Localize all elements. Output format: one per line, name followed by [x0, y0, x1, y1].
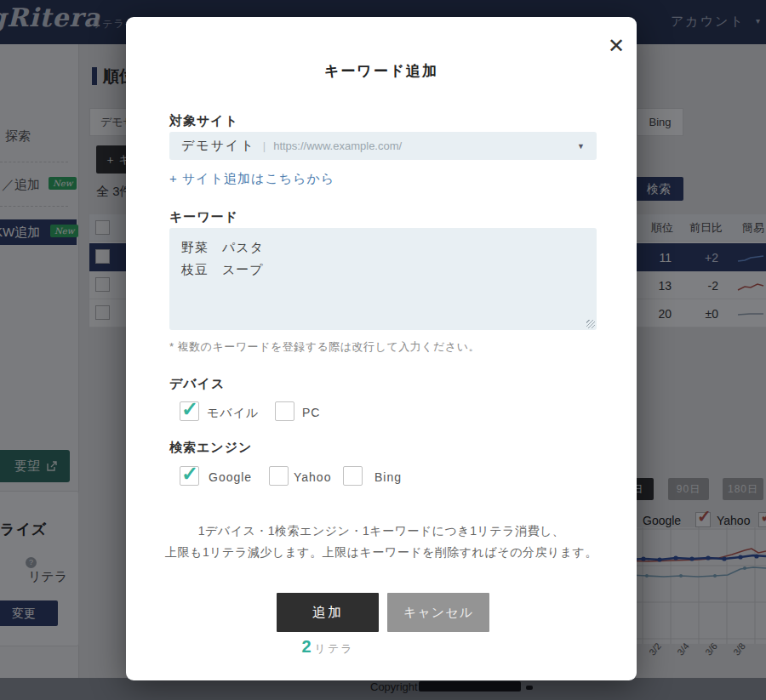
- checkbox-google-label: Google: [209, 470, 252, 484]
- checkbox-bing[interactable]: [343, 466, 363, 486]
- checkbox-pc[interactable]: [275, 401, 294, 421]
- checkbox-google[interactable]: ✓: [180, 466, 199, 486]
- checkbox-mobile-label: モバイル: [207, 406, 259, 421]
- checkbox-pc-label: PC: [302, 406, 320, 419]
- target-site-label: 対象サイト: [169, 113, 238, 129]
- cost-display: 2リテラ: [277, 637, 379, 657]
- device-label: デバイス: [169, 376, 225, 392]
- add-keyword-modal: ✕ キーワード追加 対象サイト デモサイト | https://www.exam…: [126, 17, 637, 680]
- check-icon: ✓: [181, 397, 198, 421]
- selected-site-name: デモサイト: [181, 138, 255, 154]
- cost-unit: リテラ: [315, 642, 354, 655]
- keyword-label: キーワード: [169, 209, 238, 225]
- add-site-link[interactable]: + サイト追加はこちらから: [169, 171, 334, 187]
- cost-value: 2: [301, 637, 311, 656]
- separator: |: [263, 139, 266, 152]
- cancel-button[interactable]: キャンセル: [387, 593, 489, 632]
- check-icon: ✓: [181, 462, 198, 486]
- checkbox-yahoo[interactable]: [269, 466, 289, 486]
- site-url: https://www.example.com/: [273, 139, 577, 152]
- cost-info-line1: 1デバイス・1検索エンジン・1キーワードにつき1リテラ消費し、: [126, 524, 637, 539]
- submit-button[interactable]: 追加: [277, 593, 379, 632]
- search-engine-label: 検索エンジン: [169, 440, 252, 456]
- resize-handle-icon[interactable]: [586, 320, 595, 328]
- keyword-textarea[interactable]: 野菜 パスタ 枝豆 スープ: [169, 228, 597, 330]
- checkbox-yahoo-label: Yahoo: [294, 470, 331, 484]
- keyword-note: * 複数のキーワードを登録する際は改行して入力ください。: [169, 339, 480, 355]
- checkbox-bing-label: Bing: [374, 470, 402, 484]
- keyword-textarea-wrap: 野菜 パスタ 枝豆 スープ: [169, 228, 597, 330]
- close-icon[interactable]: ✕: [608, 36, 625, 56]
- site-select[interactable]: デモサイト | https://www.example.com/ ▼: [169, 132, 597, 160]
- modal-title: キーワード追加: [126, 61, 637, 81]
- checkbox-mobile[interactable]: ✓: [180, 401, 199, 421]
- cost-info-line2: 上限も1リテラ減少します。上限はキーワードを削除すればその分戻ります。: [126, 545, 637, 561]
- caret-down-icon: ▼: [577, 142, 585, 151]
